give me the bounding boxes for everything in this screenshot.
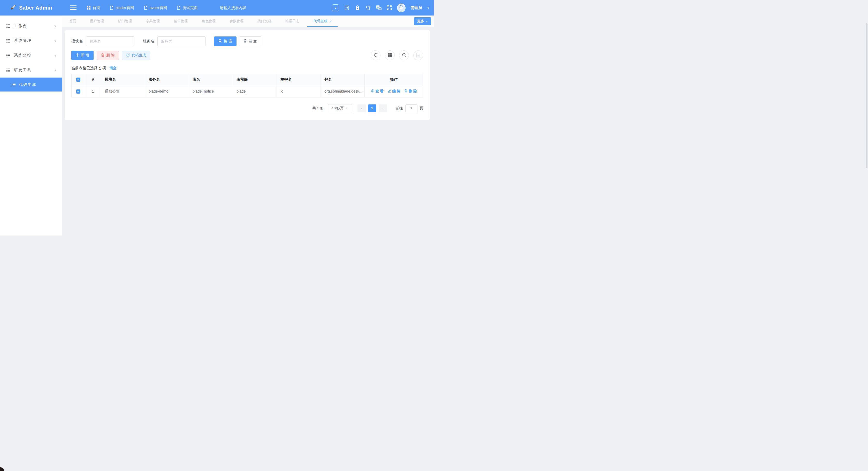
page-size-select[interactable]: 10条/页 ∨	[328, 104, 352, 112]
document-lines-icon	[416, 53, 420, 58]
tab-role-management[interactable]: 角色管理	[195, 15, 222, 27]
more-tabs-button[interactable]: 更多 ∨	[414, 17, 431, 25]
sidebar-item-label: 系统监控	[14, 53, 32, 58]
column-header-index[interactable]: #	[85, 74, 101, 85]
clear-button[interactable]: 清 空	[239, 36, 261, 46]
sidebar-item-code-generation[interactable]: 代码生成	[0, 77, 62, 92]
shortcut-bladex[interactable]: bladex官网	[110, 5, 134, 10]
cell-package: org.springblade.desk...	[321, 85, 365, 97]
goto-label: 前往	[396, 106, 403, 111]
grid-icon	[388, 53, 392, 58]
chevron-right-icon: ›	[382, 106, 383, 111]
search-button[interactable]: 搜 索	[214, 36, 237, 46]
user-name[interactable]: 管理员	[410, 5, 422, 10]
tab-error-log[interactable]: 错误日志	[278, 15, 306, 27]
code-generate-button[interactable]: 代码生成	[122, 51, 150, 60]
shortcut-avuex[interactable]: avuex官网	[144, 5, 167, 10]
app-logo: Saber Admin	[0, 0, 62, 15]
trash-icon	[101, 53, 104, 58]
list-icon	[6, 68, 10, 72]
column-header-operations: 操作	[365, 74, 423, 85]
column-header-prefix[interactable]: 表前缀	[233, 74, 277, 85]
refresh-icon	[373, 53, 378, 58]
menu-toggle-icon[interactable]	[70, 5, 76, 10]
shortcut-home[interactable]: 首页	[87, 5, 100, 10]
column-settings-button[interactable]	[385, 51, 395, 60]
language-icon[interactable]: 中 A	[376, 5, 381, 10]
trash-icon	[244, 39, 247, 43]
chevron-down-icon: ∨	[426, 20, 428, 23]
tab-user-management[interactable]: 用户管理	[83, 15, 111, 27]
shortcut-label: avuex官网	[150, 5, 167, 10]
eye-icon	[371, 89, 374, 93]
sidebar-item-workbench[interactable]: 工作台 ∨	[0, 19, 62, 33]
selection-info: 当前表格已选择 1 项 清空	[71, 66, 423, 70]
chevron-down-icon: ∨	[335, 6, 337, 9]
tab-dict-management[interactable]: 字典管理	[139, 15, 167, 27]
tab-home[interactable]: 首页	[62, 15, 83, 27]
view-row-link[interactable]: 查 看	[371, 89, 383, 94]
tab-dept-management[interactable]: 部门管理	[111, 15, 139, 27]
close-icon[interactable]: ×	[330, 19, 332, 23]
tab-param-management[interactable]: 参数管理	[222, 15, 250, 27]
sidebar-item-system-monitor[interactable]: 系统监控 ∨	[0, 48, 62, 63]
tab-code-generation[interactable]: 代码生成 ×	[306, 15, 339, 27]
tab-api-docs[interactable]: 接口文档	[250, 15, 278, 27]
global-search-input[interactable]	[220, 6, 277, 10]
row-checkbox[interactable]	[76, 89, 81, 94]
select-all-checkbox[interactable]	[76, 77, 81, 82]
column-header-pk[interactable]: 主键名	[277, 74, 321, 85]
debug-tool-icon[interactable]	[344, 5, 350, 10]
table-header-row: # 模块名 服务名 表名 表前缀 主键名 包名 操作	[71, 74, 423, 85]
tab-bar: 首页 用户管理 部门管理 字典管理 菜单管理 角色管理 参数管理 接口文档 错误…	[62, 15, 434, 27]
chevron-down-icon: ∨	[54, 24, 56, 28]
shortcut-label: 测试页面	[183, 5, 197, 10]
edit-row-link[interactable]: 编 辑	[388, 89, 400, 94]
add-button[interactable]: 新 增	[71, 51, 94, 60]
chevron-down-icon: ∨	[346, 107, 348, 109]
module-name-input[interactable]	[86, 36, 134, 46]
delete-row-link[interactable]: 删 除	[404, 89, 417, 94]
service-name-label: 服务名	[143, 39, 154, 44]
service-name-input[interactable]	[157, 36, 206, 46]
next-page-button[interactable]: ›	[379, 104, 387, 112]
clear-selection-link[interactable]: 清空	[109, 66, 117, 70]
shortcut-test-page[interactable]: 测试页面	[177, 5, 197, 10]
tab-menu-management[interactable]: 菜单管理	[167, 15, 195, 27]
document-icon	[177, 6, 180, 10]
column-header-service[interactable]: 服务名	[145, 74, 189, 85]
lock-icon[interactable]	[354, 5, 360, 10]
fullscreen-icon[interactable]	[386, 5, 392, 10]
user-menu-chevron-icon[interactable]: ∨	[427, 6, 429, 9]
main-content: 模块名 服务名 搜 索 清 空	[62, 27, 434, 236]
theme-shirt-icon[interactable]	[365, 5, 371, 10]
user-avatar[interactable]	[397, 4, 406, 12]
document-icon	[110, 6, 114, 10]
sidebar-item-dev-tools[interactable]: 研发工具 ∧	[0, 63, 62, 77]
density-menu-button[interactable]	[413, 51, 423, 60]
pencil-icon	[388, 89, 391, 93]
plus-icon	[76, 53, 79, 57]
goto-page-input[interactable]	[405, 104, 417, 112]
sidebar-item-label: 代码生成	[19, 82, 36, 87]
table-row[interactable]: 1 通知公告 blade-demo blade_notice blade_ id…	[71, 85, 423, 97]
sidebar-item-system-management[interactable]: 系统管理 ∨	[0, 33, 62, 48]
selection-text: 当前表格已选择	[71, 66, 98, 70]
document-icon	[144, 6, 148, 10]
collapse-topbar-button[interactable]: ∨	[332, 4, 339, 11]
column-header-table[interactable]: 表名	[189, 74, 233, 85]
list-icon	[6, 54, 10, 57]
prev-page-button[interactable]: ‹	[358, 104, 366, 112]
page-number-button[interactable]: 1	[368, 104, 376, 112]
column-header-module[interactable]: 模块名	[101, 74, 145, 85]
delete-button[interactable]: 删 除	[97, 51, 119, 60]
app-title: Saber Admin	[19, 5, 52, 11]
column-header-package[interactable]: 包名	[321, 74, 365, 85]
toggle-search-button[interactable]	[399, 51, 409, 60]
refresh-table-button[interactable]	[371, 51, 380, 60]
selection-count: 1	[99, 66, 101, 70]
list-icon	[6, 39, 10, 43]
grid-icon	[87, 6, 90, 9]
cell-table: blade_notice	[189, 85, 233, 97]
refresh-icon	[126, 53, 130, 58]
